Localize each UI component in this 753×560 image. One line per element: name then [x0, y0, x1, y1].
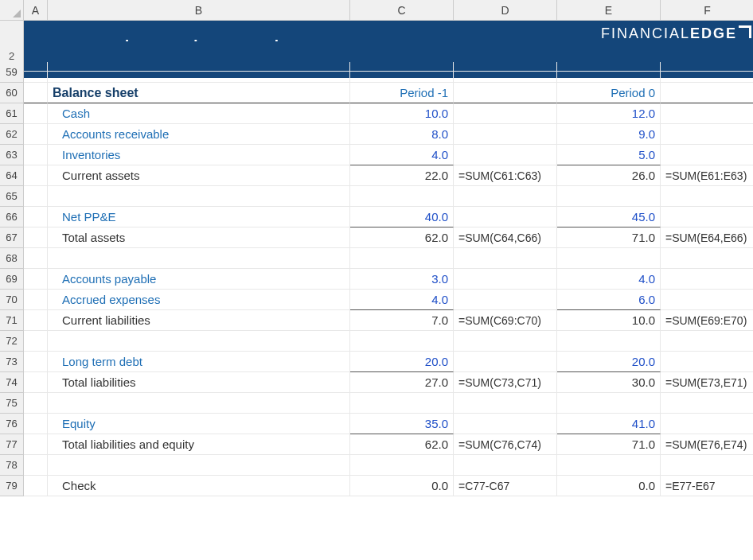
- formula-tl-f[interactable]: =SUM(E73,E71): [661, 372, 753, 393]
- row-header-68[interactable]: 68: [0, 248, 24, 269]
- formula-ca-f[interactable]: =SUM(E61:E63): [661, 165, 753, 186]
- label-cl[interactable]: Current liabilities: [48, 310, 350, 331]
- cell-A63[interactable]: [24, 145, 48, 165]
- cell-B59[interactable]: [48, 62, 350, 83]
- val-cl-e[interactable]: 10.0: [557, 310, 661, 331]
- row-header-75[interactable]: 75: [0, 393, 24, 414]
- val-ar-c[interactable]: 8.0: [350, 124, 454, 145]
- val-ppe-c[interactable]: 40.0: [350, 207, 454, 228]
- val-tle-c[interactable]: 62.0: [350, 434, 454, 455]
- row-header-69[interactable]: 69: [0, 269, 24, 290]
- cell-A74[interactable]: [24, 372, 48, 393]
- cell-A67[interactable]: [24, 228, 48, 248]
- val-check-c[interactable]: 0.0: [350, 476, 454, 496]
- label-check[interactable]: Check: [48, 476, 350, 496]
- cell-C68[interactable]: [350, 248, 454, 269]
- cell-A70[interactable]: [24, 290, 48, 310]
- cell-A59[interactable]: [24, 62, 48, 83]
- formula-ta-f[interactable]: =SUM(E64,E66): [661, 228, 753, 248]
- val-ae-e[interactable]: 6.0: [557, 290, 661, 310]
- cell-D65[interactable]: [454, 186, 557, 207]
- formula-ta-d[interactable]: =SUM(C64,C66): [454, 228, 557, 248]
- cell-F68[interactable]: [661, 248, 753, 269]
- label-ar[interactable]: Accounts receivable: [48, 124, 350, 145]
- val-ap-c[interactable]: 3.0: [350, 269, 454, 290]
- row-header-76[interactable]: 76: [0, 414, 24, 434]
- row-header-73[interactable]: 73: [0, 352, 24, 372]
- cell-E78[interactable]: [557, 455, 661, 476]
- label-tl[interactable]: Total liabilities: [48, 372, 350, 393]
- cell-F69[interactable]: [661, 269, 753, 290]
- val-eq-c[interactable]: 35.0: [350, 414, 454, 434]
- cell-A64[interactable]: [24, 165, 48, 186]
- cell-F65[interactable]: [661, 186, 753, 207]
- cell-A75[interactable]: [24, 393, 48, 414]
- formula-check-f[interactable]: =E77-E67: [661, 476, 753, 496]
- cell-D68[interactable]: [454, 248, 557, 269]
- val-ta-c[interactable]: 62.0: [350, 228, 454, 248]
- cell-D61[interactable]: [454, 103, 557, 124]
- cell-A76[interactable]: [24, 414, 48, 434]
- cell-C72[interactable]: [350, 331, 454, 352]
- row-header-72[interactable]: 72: [0, 331, 24, 352]
- val-cl-c[interactable]: 7.0: [350, 310, 454, 331]
- cell-F62[interactable]: [661, 124, 753, 145]
- row-header-65[interactable]: 65: [0, 186, 24, 207]
- cell-E59[interactable]: [557, 62, 661, 83]
- cell-C65[interactable]: [350, 186, 454, 207]
- label-tle[interactable]: Total liabilities and equity: [48, 434, 350, 455]
- cell-B78[interactable]: [48, 455, 350, 476]
- cell-D60[interactable]: [454, 83, 557, 103]
- cell-A78[interactable]: [24, 455, 48, 476]
- cell-F78[interactable]: [661, 455, 753, 476]
- cell-F72[interactable]: [661, 331, 753, 352]
- cell-D62[interactable]: [454, 124, 557, 145]
- row-header-66[interactable]: 66: [0, 207, 24, 228]
- cell-D66[interactable]: [454, 207, 557, 228]
- row-header-70[interactable]: 70: [0, 290, 24, 310]
- cell-A65[interactable]: [24, 186, 48, 207]
- cell-D63[interactable]: [454, 145, 557, 165]
- row-header-60[interactable]: 60: [0, 83, 24, 103]
- col-header-F[interactable]: F: [661, 0, 753, 21]
- val-cash-e[interactable]: 12.0: [557, 103, 661, 124]
- val-ta-e[interactable]: 71.0: [557, 228, 661, 248]
- col-header-B[interactable]: B: [48, 0, 350, 21]
- cell-D78[interactable]: [454, 455, 557, 476]
- row-header-61[interactable]: 61: [0, 103, 24, 124]
- cell-A73[interactable]: [24, 352, 48, 372]
- cell-F75[interactable]: [661, 393, 753, 414]
- row-header-79[interactable]: 79: [0, 476, 24, 496]
- cell-F66[interactable]: [661, 207, 753, 228]
- row-header-59[interactable]: 59: [0, 62, 24, 83]
- cell-F59[interactable]: [661, 62, 753, 83]
- val-inv-e[interactable]: 5.0: [557, 145, 661, 165]
- cell-B68[interactable]: [48, 248, 350, 269]
- cell-C59[interactable]: [350, 62, 454, 83]
- val-ae-c[interactable]: 4.0: [350, 290, 454, 310]
- cell-D76[interactable]: [454, 414, 557, 434]
- label-ppe[interactable]: Net PP&E: [48, 207, 350, 228]
- row-header-62[interactable]: 62: [0, 124, 24, 145]
- cell-D72[interactable]: [454, 331, 557, 352]
- formula-cl-f[interactable]: =SUM(E69:E70): [661, 310, 753, 331]
- row-header-67[interactable]: 67: [0, 228, 24, 248]
- label-ap[interactable]: Accounts payable: [48, 269, 350, 290]
- row-header-78[interactable]: 78: [0, 455, 24, 476]
- label-eq[interactable]: Equity: [48, 414, 350, 434]
- select-all-corner[interactable]: [0, 0, 24, 21]
- cell-D75[interactable]: [454, 393, 557, 414]
- cell-A79[interactable]: [24, 476, 48, 496]
- label-ta[interactable]: Total assets: [48, 228, 350, 248]
- col-header-D[interactable]: D: [454, 0, 557, 21]
- val-tle-e[interactable]: 71.0: [557, 434, 661, 455]
- cell-A62[interactable]: [24, 124, 48, 145]
- cell-D59[interactable]: [454, 62, 557, 83]
- val-ca-c[interactable]: 22.0: [350, 165, 454, 186]
- row-header-63[interactable]: 63: [0, 145, 24, 165]
- val-ar-e[interactable]: 9.0: [557, 124, 661, 145]
- val-ppe-e[interactable]: 45.0: [557, 207, 661, 228]
- cell-A68[interactable]: [24, 248, 48, 269]
- val-inv-c[interactable]: 4.0: [350, 145, 454, 165]
- cell-A72[interactable]: [24, 331, 48, 352]
